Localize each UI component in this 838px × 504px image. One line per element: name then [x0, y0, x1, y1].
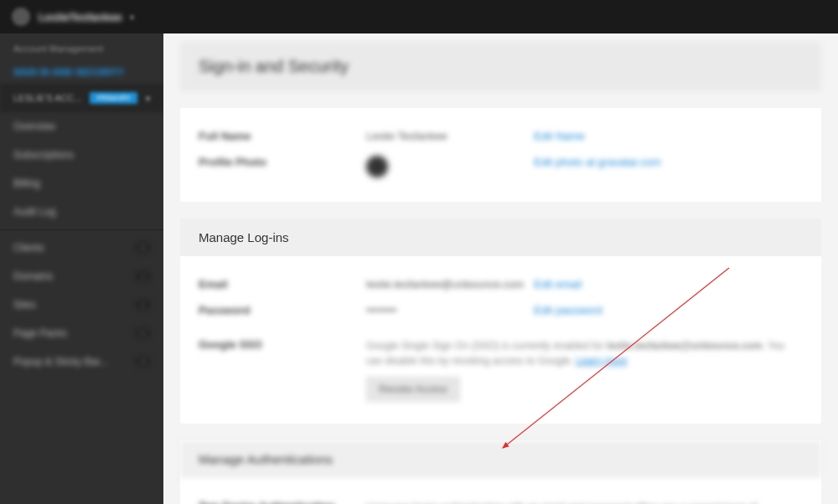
- sso-learn-more-link[interactable]: Learn more: [576, 355, 627, 367]
- chevron-down-icon[interactable]: ▾: [130, 13, 134, 22]
- sidebar-item-overview[interactable]: Overview: [0, 112, 163, 141]
- sidebar-item-signin-security[interactable]: SIGN IN AND SECURITY: [0, 60, 163, 84]
- sso-label: Google SSO: [199, 338, 366, 351]
- main-content: Sign-in and Security Full Name Leslie Te…: [163, 33, 838, 504]
- count-badge: 1: [136, 271, 150, 281]
- edit-email-link[interactable]: Edit email: [534, 278, 582, 291]
- sidebar-item-audit-log[interactable]: Audit Log: [0, 198, 163, 226]
- count-badge: 0: [136, 357, 150, 367]
- logins-header: Manage Log-ins: [180, 219, 821, 256]
- edit-password-link[interactable]: Edit password: [534, 304, 603, 316]
- sidebar: Account Management SIGN IN AND SECURITY …: [0, 33, 163, 504]
- sidebar-item-popup-sticky[interactable]: Popup & Sticky Bar...0: [0, 347, 163, 376]
- tfa-description: Using two factor authentication with an …: [366, 500, 803, 504]
- chevron-down-icon: ▾: [146, 94, 150, 103]
- sidebar-account-switcher[interactable]: LESLIE'S ACC... PRIMARY ▾: [0, 84, 163, 112]
- edit-name-link[interactable]: Edit Name: [534, 130, 585, 142]
- sidebar-item-page-packs[interactable]: Page Packs0: [0, 319, 163, 347]
- sidebar-item-label: Billing: [13, 177, 40, 189]
- tfa-label: Two Factor Authentication: [199, 500, 366, 504]
- logins-card: Manage Log-ins Email leslie.tesfankee@un…: [180, 219, 821, 424]
- revoke-access-button[interactable]: Revoke Access: [366, 377, 460, 402]
- sidebar-account-label: LESLIE'S ACC...: [13, 93, 82, 103]
- sidebar-section-header: Account Management: [0, 33, 163, 60]
- sidebar-item-label: Clients: [13, 242, 44, 254]
- topbar-username[interactable]: LeslieTesfankee: [39, 11, 122, 23]
- photo-label: Profile Photo: [199, 156, 366, 168]
- fullname-value: Leslie Tesfankee: [366, 130, 534, 142]
- sidebar-item-label: Page Packs: [13, 327, 67, 339]
- divider: [0, 229, 163, 230]
- password-value: ••••••••: [366, 304, 534, 316]
- sidebar-item-label: Subscriptions: [13, 149, 74, 161]
- email-label: Email: [199, 278, 366, 291]
- avatar[interactable]: [12, 8, 30, 26]
- sidebar-item-domains[interactable]: Domains1: [0, 262, 163, 291]
- page-title-block: Sign-in and Security: [180, 42, 821, 91]
- sidebar-item-billing[interactable]: Billing: [0, 169, 163, 198]
- fullname-label: Full Name: [199, 130, 366, 142]
- sidebar-account-badge: PRIMARY: [90, 92, 137, 104]
- email-value: leslie.tesfankee@unbounce.com: [366, 278, 534, 291]
- sso-description: Google Single Sign On (SSO) is currently…: [366, 338, 803, 368]
- count-badge: 0: [136, 243, 150, 253]
- profile-card: Full Name Leslie Tesfankee Edit Name Pro…: [180, 108, 821, 202]
- count-badge: 0: [136, 328, 150, 338]
- sidebar-item-label: Overview: [13, 121, 55, 132]
- page-title: Sign-in and Security: [199, 57, 803, 76]
- sidebar-item-subscriptions[interactable]: Subscriptions: [0, 141, 163, 169]
- top-bar: LeslieTesfankee ▾: [0, 0, 838, 33]
- sidebar-item-clients[interactable]: Clients0: [0, 234, 163, 262]
- sidebar-item-label: Sites: [13, 299, 36, 311]
- password-label: Password: [199, 304, 366, 316]
- profile-avatar: [366, 156, 388, 177]
- authentications-card: Manage Authentications Two Factor Authen…: [180, 440, 821, 504]
- sidebar-item-label: Domains: [13, 270, 53, 282]
- sidebar-item-label: Popup & Sticky Bar...: [13, 356, 108, 368]
- authentications-header: Manage Authentications: [180, 440, 821, 478]
- count-badge: 1: [136, 300, 150, 310]
- sidebar-item-sites[interactable]: Sites1: [0, 291, 163, 319]
- sidebar-item-label: Audit Log: [13, 206, 56, 218]
- edit-photo-link[interactable]: Edit photo at gravatar.com: [534, 156, 661, 168]
